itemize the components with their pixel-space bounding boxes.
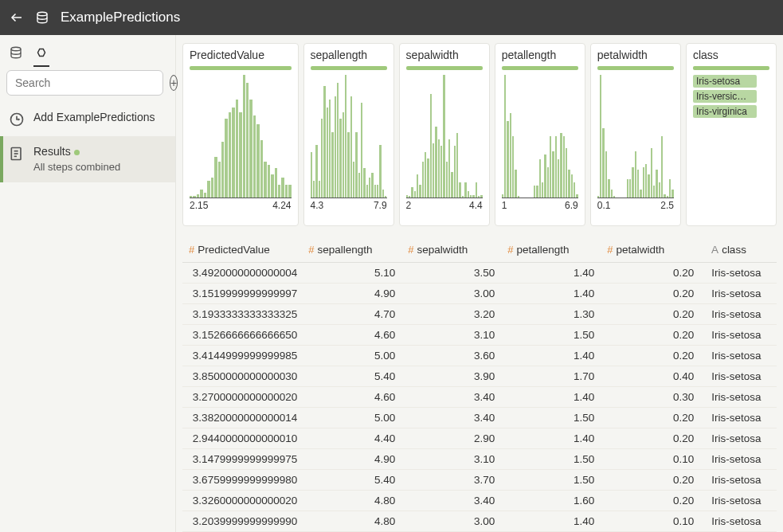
table-row[interactable]: 3.67599999999999805.403.701.500.20Iris-s… (182, 470, 777, 491)
table-row[interactable]: 3.27000000000000204.603.401.400.30Iris-s… (182, 387, 777, 408)
cell: 1.40 (507, 267, 602, 279)
category-chip: Iris-versic… (693, 90, 757, 103)
cell: 3.2700000000000020 (182, 391, 303, 403)
table-row[interactable]: 3.32600000000000204.803.401.600.20Iris-s… (182, 491, 777, 511)
cell: 3.40 (408, 391, 503, 403)
cell: Iris-setosa (707, 391, 777, 403)
cell: 4.70 (308, 308, 403, 320)
histogram (311, 75, 387, 198)
column-card[interactable]: petallength16.9 (495, 43, 585, 226)
column-header[interactable]: #sepalwidth (408, 244, 503, 256)
cell: 3.1519999999999997 (182, 288, 303, 299)
cell: 1.60 (507, 495, 602, 507)
cell: 4.40 (308, 432, 403, 444)
cell: 5.00 (308, 350, 403, 362)
table-row[interactable]: 3.41449999999999855.003.601.400.20Iris-s… (182, 346, 777, 366)
table-row[interactable]: 3.85000000000000305.403.901.700.40Iris-s… (182, 366, 777, 387)
axis-min: 2.15 (190, 200, 208, 211)
sidebar-tab-dataset-icon[interactable] (5, 41, 27, 64)
axis-max: 6.9 (565, 200, 578, 211)
column-header[interactable]: #petalwidth (607, 244, 702, 256)
column-card[interactable]: PredictedValue2.154.24 (182, 43, 299, 226)
sidebar-tab-flow-icon[interactable] (30, 41, 53, 64)
cell: Iris-setosa (707, 432, 777, 444)
column-header[interactable]: Aclass (707, 244, 777, 256)
cell: Iris-setosa (707, 329, 777, 341)
page-title: ExamplePredictions (61, 10, 180, 25)
type-icon: # (607, 244, 613, 256)
cell: 5.40 (308, 474, 403, 486)
cell: 1.50 (507, 412, 602, 424)
type-icon: # (308, 244, 314, 256)
column-header[interactable]: #petallength (507, 244, 602, 256)
type-icon: # (189, 244, 194, 256)
cell: 1.70 (507, 370, 602, 382)
cell: 3.2039999999999990 (182, 515, 303, 527)
cell: 2.90 (408, 432, 503, 444)
cell: 0.10 (607, 453, 702, 465)
step-item[interactable]: ResultsAll steps combined (0, 136, 175, 182)
cell: 4.60 (308, 329, 403, 341)
cell: 3.60 (408, 350, 503, 362)
axis-min: 0.1 (597, 200, 611, 211)
cell: 3.1479999999999975 (182, 453, 303, 465)
cell: 3.4920000000000004 (182, 267, 303, 279)
svg-point-1 (37, 12, 47, 16)
axis-max: 7.9 (374, 200, 387, 211)
search-input[interactable] (6, 70, 163, 96)
axis-min: 1 (502, 200, 507, 211)
column-title: sepallength (311, 49, 387, 61)
column-header[interactable]: #PredictedValue (182, 244, 303, 256)
cell: 3.6759999999999980 (182, 474, 303, 486)
column-title: class (693, 49, 769, 61)
main-content: PredictedValue2.154.24sepallength4.37.9s… (176, 35, 783, 532)
column-title: petalwidth (597, 49, 674, 61)
cell: 3.3820000000000014 (182, 412, 303, 424)
cell: 1.40 (507, 288, 602, 299)
svg-point-2 (11, 47, 21, 51)
cell: Iris-setosa (707, 412, 777, 424)
cell: 3.10 (408, 453, 503, 465)
cell: 5.00 (308, 412, 403, 424)
step-icon (8, 145, 25, 162)
table-row[interactable]: 3.38200000000000145.003.401.500.20Iris-s… (182, 408, 777, 428)
table-row[interactable]: 3.49200000000000045.103.501.400.20Iris-s… (182, 263, 777, 284)
histogram (406, 75, 483, 198)
cell: 0.20 (607, 288, 702, 299)
cell: 0.10 (607, 515, 702, 527)
type-icon: # (507, 244, 513, 256)
cell: Iris-setosa (707, 515, 777, 527)
column-header[interactable]: #sepallength (308, 244, 403, 256)
column-title: petallength (502, 49, 578, 61)
cell: 1.50 (507, 474, 602, 486)
cell: 0.20 (607, 495, 702, 507)
histogram (597, 75, 674, 198)
cell: Iris-setosa (707, 495, 777, 507)
cell: 1.40 (507, 350, 602, 362)
cell: 0.20 (607, 329, 702, 341)
column-card[interactable]: sepallength4.37.9 (303, 43, 394, 226)
cell: 5.40 (308, 370, 403, 382)
table-row[interactable]: 2.94400000000000104.402.901.400.20Iris-s… (182, 428, 777, 449)
cell: 3.50 (408, 267, 503, 279)
column-card[interactable]: petalwidth0.12.5 (590, 43, 681, 226)
table-row[interactable]: 3.15266666666666504.603.101.500.20Iris-s… (182, 325, 777, 346)
cell: 3.8500000000000030 (182, 370, 303, 382)
column-card[interactable]: classIris-setosaIris-versic…Iris-virgini… (686, 43, 777, 226)
table-row[interactable]: 3.15199999999999974.903.001.400.20Iris-s… (182, 284, 777, 304)
cell: 0.20 (607, 412, 702, 424)
column-card[interactable]: sepalwidth24.4 (399, 43, 490, 226)
cell: 0.30 (607, 391, 702, 403)
cell: 1.50 (507, 453, 602, 465)
sidebar: + Add ExamplePredictions ResultsAll step… (0, 35, 176, 532)
cell: 0.20 (607, 308, 702, 320)
step-item[interactable]: Add ExamplePredictions (0, 102, 175, 136)
table-row[interactable]: 3.14799999999999754.903.101.500.10Iris-s… (182, 449, 777, 470)
table-row[interactable]: 3.20399999999999904.803.001.400.10Iris-s… (182, 511, 777, 532)
histogram (190, 75, 292, 198)
cell: 3.70 (408, 474, 503, 486)
cell: 3.4144999999999985 (182, 350, 303, 362)
cell: 3.40 (408, 495, 503, 507)
table-row[interactable]: 3.19333333333333254.703.201.300.20Iris-s… (182, 304, 777, 325)
back-icon[interactable] (10, 10, 24, 25)
